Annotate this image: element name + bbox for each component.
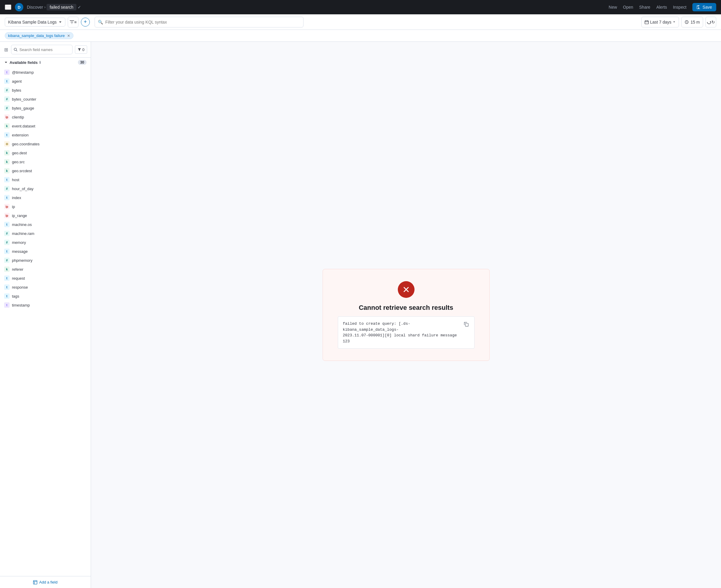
kql-input-field[interactable]	[105, 20, 300, 24]
field-name: agent	[12, 79, 22, 84]
auto-refresh-control[interactable]: 15 m	[681, 17, 703, 27]
field-type-icon: t	[4, 222, 9, 227]
kql-search-icon: 🔍	[98, 20, 103, 24]
field-type-icon: t	[4, 293, 9, 299]
field-name: response	[12, 285, 28, 290]
refresh-icon	[707, 20, 712, 24]
list-item[interactable]: k geo.dest	[0, 148, 91, 157]
search-icon	[14, 48, 18, 51]
field-name: geo.src	[12, 160, 25, 164]
list-item[interactable]: t response	[0, 283, 91, 292]
list-item[interactable]: t host	[0, 175, 91, 184]
content-area: Cannot retrieve search results failed to…	[91, 42, 721, 588]
add-field-label: Add a field	[39, 580, 57, 584]
filter-options-button[interactable]: ≡	[68, 17, 79, 27]
field-name: bytes_gauge	[12, 106, 34, 110]
field-name: timestamp	[12, 303, 30, 308]
field-type-icon: #	[4, 231, 9, 236]
list-item[interactable]: k geo.srcdest	[0, 166, 91, 175]
available-count: 30	[78, 60, 87, 65]
field-name: machine.os	[12, 223, 31, 227]
error-message-box: failed to create query: [.ds-kibana_samp…	[338, 316, 474, 349]
list-item[interactable]: ⊙ geo.coordinates	[0, 140, 91, 148]
list-item[interactable]: k geo.src	[0, 157, 91, 166]
field-name: geo.coordinates	[12, 142, 40, 146]
field-search	[11, 45, 72, 54]
add-filter-button[interactable]: +	[81, 18, 90, 26]
breadcrumb-parent[interactable]: Discover	[27, 5, 43, 9]
alerts-button[interactable]: Alerts	[656, 5, 667, 9]
field-name: @timestamp	[12, 70, 34, 75]
share-button[interactable]: Share	[639, 5, 650, 9]
svg-rect-3	[34, 580, 37, 584]
list-item[interactable]: # bytes_gauge	[0, 104, 91, 112]
open-button[interactable]: Open	[623, 5, 633, 9]
x-circle-icon	[402, 285, 410, 294]
inspect-button[interactable]: Inspect	[673, 5, 686, 9]
field-name: host	[12, 177, 19, 182]
hamburger-menu[interactable]	[5, 4, 11, 10]
error-message-text: failed to create query: [.ds-kibana_samp…	[343, 321, 460, 344]
svg-rect-4	[465, 323, 468, 326]
collapse-icon	[4, 61, 8, 64]
list-item[interactable]: # memory	[0, 238, 91, 247]
avatar: D	[15, 3, 23, 11]
list-item[interactable]: t agent	[0, 77, 91, 86]
field-type-icon: ip	[4, 213, 9, 218]
field-type-icon: ip	[4, 204, 9, 209]
field-name: hour_of_day	[12, 187, 34, 191]
field-type-icon: #	[4, 97, 9, 102]
copy-error-button[interactable]	[463, 321, 469, 328]
list-item[interactable]: t machine.os	[0, 220, 91, 229]
list-item[interactable]: ip clientip	[0, 112, 91, 122]
list-item[interactable]: # bytes_counter	[0, 94, 91, 104]
main-layout: ⊞ 0 Available fields ℹ 30 t @timestamp t…	[0, 42, 721, 588]
list-item[interactable]: t timestamp	[0, 300, 91, 310]
filter-bar: kibana_sample_data_logs failure ✕	[0, 30, 721, 42]
list-item[interactable]: # hour_of_day	[0, 184, 91, 193]
field-name: request	[12, 276, 25, 280]
time-range-selector[interactable]: Last 7 days	[641, 17, 679, 27]
field-type-icon: #	[4, 240, 9, 245]
add-field-button[interactable]: Add a field	[0, 576, 91, 588]
available-fields-header[interactable]: Available fields ℹ 30	[0, 58, 91, 67]
calendar-icon	[644, 20, 649, 24]
index-pattern-selector[interactable]: Kibana Sample Data Logs	[5, 18, 65, 26]
error-icon	[398, 281, 415, 298]
filter-icon	[69, 20, 74, 24]
kql-search-bar: 🔍	[94, 17, 303, 27]
filter-chip-remove[interactable]: ✕	[67, 34, 70, 38]
list-item[interactable]: t @timestamp	[0, 68, 91, 77]
field-name: machine.ram	[12, 231, 34, 236]
sidebar-toggle-button[interactable]: ⊞	[4, 46, 9, 53]
field-name: ip	[12, 205, 15, 209]
search-input[interactable]	[19, 47, 70, 52]
field-name: message	[12, 249, 28, 254]
list-item[interactable]: t index	[0, 193, 91, 202]
field-filter-button[interactable]: 0	[75, 45, 87, 54]
list-item[interactable]: t extension	[0, 130, 91, 140]
field-name: bytes	[12, 88, 21, 92]
refresh-button[interactable]: ↻	[705, 17, 716, 27]
field-type-icon: t	[4, 79, 9, 84]
list-item[interactable]: t tags	[0, 292, 91, 300]
list-item[interactable]: # machine.ram	[0, 229, 91, 238]
filter-chip[interactable]: kibana_sample_data_logs failure ✕	[5, 32, 73, 39]
field-type-icon: t	[4, 177, 9, 182]
save-button[interactable]: Save	[692, 3, 716, 11]
filter-count: 0	[82, 47, 84, 52]
list-item[interactable]: k referer	[0, 265, 91, 274]
list-item[interactable]: # phpmemory	[0, 256, 91, 265]
list-item[interactable]: t request	[0, 274, 91, 283]
list-item[interactable]: t message	[0, 247, 91, 256]
list-item[interactable]: ip ip	[0, 202, 91, 211]
list-item[interactable]: ip ip_range	[0, 211, 91, 220]
list-item[interactable]: # bytes	[0, 86, 91, 94]
field-name: referer	[12, 267, 23, 272]
copy-icon	[464, 321, 469, 327]
field-type-icon: k	[4, 168, 9, 173]
new-button[interactable]: New	[609, 5, 617, 9]
field-type-icon: t	[4, 69, 9, 75]
field-name: extension	[12, 133, 29, 137]
list-item[interactable]: k event.dataset	[0, 122, 91, 130]
